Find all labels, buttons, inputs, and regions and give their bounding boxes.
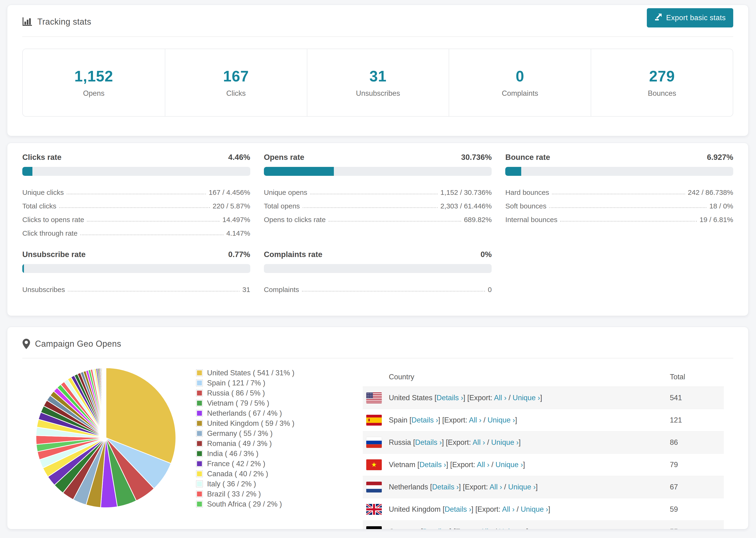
progress-bar-fill [22,167,32,176]
legend-label: Spain ( 121 / 7% ) [207,379,265,387]
export-all-link[interactable]: All › [494,394,507,402]
export-all-link[interactable]: All › [502,505,514,513]
details-link[interactable]: Details › [411,416,438,424]
country-name: Vietnam [389,460,415,469]
legend-label: India ( 46 / 3% ) [207,450,258,458]
stat-bounces: 279 Bounces [591,49,733,116]
country-cell: United States [Details ›] [Export: All ›… [389,394,670,402]
legend-label: Russia ( 86 / 5% ) [207,389,265,398]
country-name: Netherlands [389,483,428,491]
tracking-stats-card: Tracking stats Export basic stats 1,152 … [7,5,748,136]
detail-value: 0 [488,286,492,294]
flag-de-icon [366,526,382,529]
export-all-link[interactable]: All › [469,416,481,424]
export-unique-link[interactable]: Unique › [491,438,519,447]
total-column-header: Total [670,373,724,381]
export-icon [654,13,662,23]
stat-value: 167 [223,68,249,85]
export-unique-link[interactable]: Unique › [513,394,540,402]
detail-row: Total opens 2,303 / 61.446% [264,196,492,210]
table-row-us: United States [Details ›] [Export: All ›… [363,387,724,409]
legend-swatch [196,430,203,437]
geo-content: United States ( 541 / 31% ) Spain ( 121 … [22,363,733,529]
detail-row: Opens to clicks rate 689.82% [264,210,492,224]
table-row-ru: Russia [Details ›] [Export: All › / Uniq… [363,431,724,454]
legend-swatch [196,491,203,497]
legend-item: Russia ( 86 / 5% ) [196,388,328,398]
detail-row: Unsubscribes 31 [22,280,250,294]
dotted-leader [549,207,706,208]
stat-label: Bounces [648,89,676,98]
legend-label: United States ( 541 / 31% ) [207,369,295,377]
stat-value: 0 [515,68,524,85]
progress-bar [264,167,492,176]
detail-value: 18 / 0% [709,202,733,210]
flag-nl-icon [366,482,382,493]
rates-row-1: Clicks rate 4.46% Unique clicks 167 / 4.… [22,143,733,237]
legend-item: Spain ( 121 / 7% ) [196,378,328,388]
rate-value: 0.77% [228,250,250,259]
flag-gb-icon [366,504,382,515]
detail-value: 689.82% [464,216,492,224]
rate-block-clicks-rate: Clicks rate 4.46% Unique clicks 167 / 4.… [22,153,250,237]
legend-label: Canada ( 40 / 2% ) [207,470,268,478]
progress-bar [264,264,492,273]
export-all-link[interactable]: All › [480,527,493,529]
rate-rows: Unsubscribes 31 [22,280,250,294]
geo-opens-card: Campaign Geo Opens United States ( 541 /… [7,327,748,529]
total-value: 79 [670,460,724,469]
legend-label: France ( 42 / 2% ) [207,459,265,468]
dotted-leader [67,194,206,194]
rate-head: Bounce rate 6.927% [505,153,733,162]
export-unique-link[interactable]: Unique › [487,416,515,424]
dotted-leader [80,235,224,235]
detail-label: Total clicks [22,202,56,210]
detail-row: Complaints 0 [264,280,492,294]
detail-value: 14.497% [222,216,250,224]
detail-value: 31 [242,286,250,294]
country-cell: United Kingdom [Details ›] [Export: All … [389,505,670,513]
rate-block-bounce-rate: Bounce rate 6.927% Hard bounces 242 / 86… [505,153,733,237]
rate-rows: Hard bounces 242 / 86.738% Soft bounces … [505,183,733,224]
detail-row: Unique clicks 167 / 4.456% [22,183,250,196]
details-link[interactable]: Details › [415,438,442,447]
dotted-leader [303,207,438,208]
rate-block-complaints-rate: Complaints rate 0% Complaints 0 [264,250,492,294]
export-all-link[interactable]: All › [477,460,489,469]
export-unique-link[interactable]: Unique › [508,483,536,491]
export-unique-link[interactable]: Unique › [521,505,548,513]
dotted-leader [560,221,697,222]
details-link[interactable]: Details › [436,394,463,402]
details-link[interactable]: Details › [432,483,459,491]
detail-value: 220 / 5.87% [213,202,250,210]
geo-opens-header: Campaign Geo Opens [22,327,733,351]
geo-opens-table: Country Total United States [Details ›] … [363,367,724,529]
table-row-vn: Vietnam [Details ›] [Export: All › / Uni… [363,454,724,476]
flag-ru-icon [366,437,382,448]
detail-label: Soft bounces [505,202,546,210]
details-link[interactable]: Details › [419,460,446,469]
details-link[interactable]: Details › [423,527,450,529]
export-unique-link[interactable]: Unique › [495,460,523,469]
progress-bar [22,264,250,273]
detail-row: Internal bounces 19 / 6.81% [505,210,733,224]
details-link[interactable]: Details › [445,505,471,513]
page-title: Tracking stats [37,17,91,27]
export-all-link[interactable]: All › [490,483,502,491]
detail-label: Internal bounces [505,216,557,224]
export-basic-stats-button[interactable]: Export basic stats [647,8,733,27]
dotted-leader [302,291,485,292]
country-cell: Spain [Details ›] [Export: All › / Uniqu… [389,416,670,424]
stat-value: 279 [649,68,675,85]
legend-swatch [196,420,203,427]
rate-value: 6.927% [707,153,733,162]
country-cell: Netherlands [Details ›] [Export: All › /… [389,483,670,491]
legend-label: Romania ( 49 / 3% ) [207,439,272,448]
table-row-gb: United Kingdom [Details ›] [Export: All … [363,498,724,521]
dotted-leader [328,221,461,222]
legend-swatch [196,400,203,406]
legend-item: India ( 46 / 3% ) [196,449,328,459]
detail-value: 4.147% [226,229,250,237]
export-unique-link[interactable]: Unique › [499,527,526,529]
export-all-link[interactable]: All › [473,438,485,447]
